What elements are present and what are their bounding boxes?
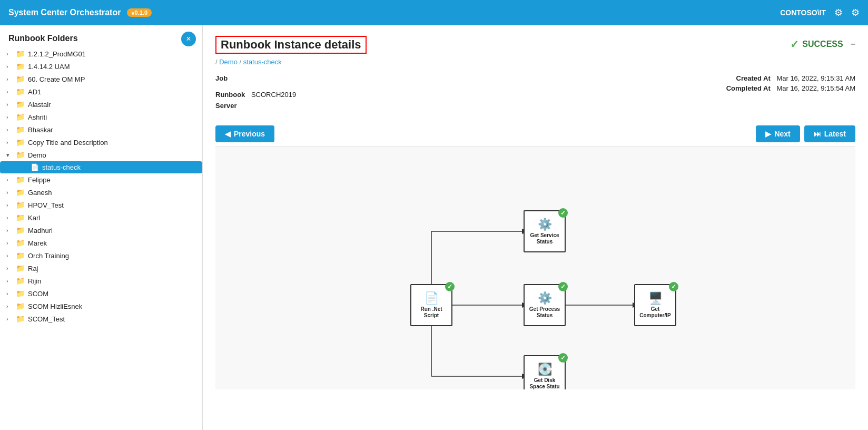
settings-icon[interactable]: ⚙	[834, 7, 843, 18]
nav-buttons: ◀ Previous ▶ Next ⏭ Latest	[215, 121, 855, 147]
get-process-status-node[interactable]: ✓ ⚙️ Get ProcessStatus	[524, 284, 566, 326]
previous-label: Previous	[234, 130, 265, 138]
chevron-icon: ›	[6, 51, 16, 57]
folder-icon: 📁	[16, 125, 25, 134]
sidebar-item-demo[interactable]: ▾📁Demo	[0, 149, 202, 161]
sidebar-item-statuscheck[interactable]: 📄status-check	[0, 161, 202, 173]
folder-icon: 📁	[16, 226, 25, 234]
runbook-value: SCORCH2019	[251, 91, 296, 99]
created-at-row: Created At Mar 16, 2022, 9:15:31 AM	[726, 74, 855, 82]
info-left: Job Runbook SCORCH2019 Server	[215, 74, 296, 113]
sidebar-item-madhuri[interactable]: ›📁Madhuri	[0, 224, 202, 237]
sidebar-item-label: Ashriti	[28, 113, 47, 121]
sidebar-item-bhaskar[interactable]: ›📁Bhaskar	[0, 123, 202, 136]
latest-button[interactable]: ⏭ Latest	[804, 125, 855, 142]
sidebar-item-label: 1.4.14.2 UAM	[28, 63, 70, 71]
sidebar-item-hpov[interactable]: ›📁HPOV_Test	[0, 199, 202, 211]
computer-success-icon: ✓	[669, 282, 678, 291]
username-label: CONTOSO\IT	[780, 8, 826, 17]
job-label: Job	[215, 74, 228, 82]
sidebar-item-label: status-check	[42, 163, 81, 171]
computer-label: GetComputer/IP	[639, 306, 670, 319]
run-net-script-node[interactable]: ✓ 📄 Run .NetScript	[410, 284, 452, 326]
top-header: System Center Orchestrator v0.1.0 CONTOS…	[0, 0, 868, 25]
chevron-icon: ›	[6, 265, 16, 271]
sidebar-item-raj[interactable]: ›📁Raj	[0, 262, 202, 275]
previous-arrow-icon: ◀	[225, 130, 231, 138]
sidebar-tree: ›📁1.2.1.2_ProdMG01›📁1.4.14.2 UAM›📁60. Cr…	[0, 47, 202, 325]
folder-icon: 📁	[16, 62, 25, 71]
chevron-icon: ›	[6, 89, 16, 95]
disk-label: Get DiskSpace Statu	[529, 377, 559, 389]
sidebar-item-60create[interactable]: ›📁60. Create OM MP	[0, 73, 202, 85]
sidebar-item-14142[interactable]: ›📁1.4.14.2 UAM	[0, 60, 202, 73]
get-disk-space-node[interactable]: ✓ 💽 Get DiskSpace Statu	[524, 355, 566, 389]
chevron-icon: ▾	[6, 152, 16, 159]
run-net-success-icon: ✓	[445, 282, 455, 291]
run-net-label: Run .NetScript	[420, 306, 442, 319]
sidebar-item-alastair[interactable]: ›📁Alastair	[0, 98, 202, 111]
sidebar-item-ad1[interactable]: ›📁AD1	[0, 85, 202, 98]
breadcrumb-demo[interactable]: Demo	[219, 58, 238, 66]
success-check-icon: ✓	[790, 38, 799, 51]
folder-icon: 📁	[16, 100, 25, 109]
server-label: Server	[215, 102, 236, 110]
sidebar-item-scomhizli[interactable]: ›📁SCOM HizliEsnek	[0, 300, 202, 312]
info-right: Created At Mar 16, 2022, 9:15:31 AM Comp…	[726, 74, 855, 94]
chevron-icon: ›	[6, 189, 16, 196]
sidebar-item-label: Rijin	[28, 277, 41, 285]
chevron-icon: ›	[6, 101, 16, 108]
folder-icon: 📁	[16, 289, 25, 298]
next-label: Next	[774, 130, 790, 138]
sidebar-item-label: Madhuri	[28, 227, 53, 234]
sidebar-item-1212[interactable]: ›📁1.2.1.2_ProdMG01	[0, 47, 202, 60]
sidebar-item-label: Demo	[28, 151, 46, 159]
nav-right: ▶ Next ⏭ Latest	[756, 125, 855, 142]
chevron-icon: ›	[6, 227, 16, 233]
breadcrumb-statuscheck[interactable]: status-check	[243, 58, 282, 66]
sidebar-item-copytitle[interactable]: ›📁Copy Title and Description	[0, 136, 202, 149]
folder-icon: 📁	[16, 315, 25, 323]
get-computer-ip-node[interactable]: ✓ 🖥️ GetComputer/IP	[634, 284, 676, 326]
sidebar-item-ganesh[interactable]: ›📁Ganesh	[0, 186, 202, 199]
get-service-status-node[interactable]: ✓ ⚙️ Get ServiceStatus	[524, 210, 566, 252]
computer-icon: 🖥️	[648, 291, 663, 305]
sidebar-item-label: Bhaskar	[28, 126, 53, 134]
sidebar-item-label: SCOM HizliEsnek	[28, 302, 82, 310]
sidebar-item-felippe[interactable]: ›📁Felippe	[0, 173, 202, 186]
gear-icon[interactable]: ⚙	[851, 7, 860, 18]
header-left: System Center Orchestrator v0.1.0	[8, 8, 152, 17]
sidebar-item-scomtest[interactable]: ›📁SCOM_Test	[0, 312, 202, 325]
sidebar-item-karl[interactable]: ›📁Karl	[0, 211, 202, 224]
sidebar-item-rijin[interactable]: ›📁Rijin	[0, 275, 202, 287]
service-label: Get ServiceStatus	[530, 232, 559, 245]
minimize-icon[interactable]: −	[851, 40, 855, 49]
runbook-label: Runbook	[215, 91, 245, 99]
sidebar-item-label: HPOV_Test	[28, 201, 64, 209]
completed-at-value: Mar 16, 2022, 9:15:54 AM	[776, 84, 855, 92]
next-button[interactable]: ▶ Next	[756, 125, 800, 142]
chevron-icon: ›	[6, 202, 16, 208]
folder-icon: 📁	[16, 151, 25, 159]
content-inner: Runbook Instance details ✓ SUCCESS − / D…	[203, 25, 868, 400]
folder-icon: 📁	[16, 201, 25, 209]
folder-icon: 📁	[16, 113, 25, 121]
process-icon: ⚙️	[538, 291, 552, 305]
chevron-icon: ›	[6, 76, 16, 82]
sidebar-close-button[interactable]: ×	[181, 32, 196, 46]
sidebar-item-scom[interactable]: ›📁SCOM	[0, 287, 202, 300]
previous-button[interactable]: ◀ Previous	[215, 125, 274, 142]
sidebar-item-ashriti[interactable]: ›📁Ashriti	[0, 111, 202, 123]
sidebar-item-orchtraining[interactable]: ›📁Orch Training	[0, 249, 202, 262]
run-net-icon: 📄	[425, 291, 439, 305]
chevron-icon: ›	[6, 139, 16, 145]
folder-icon: 📁	[16, 302, 25, 310]
sidebar-item-marek[interactable]: ›📁Marek	[0, 237, 202, 249]
chevron-icon: ›	[6, 63, 16, 70]
chevron-icon: ›	[6, 252, 16, 259]
job-row: Job	[215, 74, 296, 82]
next-arrow-icon: ▶	[765, 130, 771, 138]
chevron-icon: ›	[6, 126, 16, 133]
created-at-label: Created At	[736, 74, 771, 82]
sidebar-item-label: 1.2.1.2_ProdMG01	[28, 50, 86, 58]
